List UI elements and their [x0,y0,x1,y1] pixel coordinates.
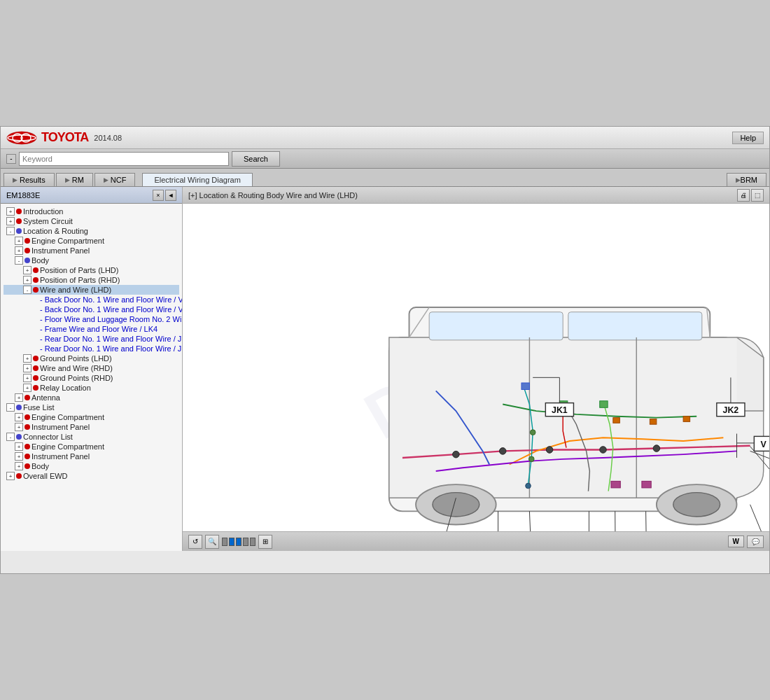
tree-icon-red [24,454,30,459]
tab-rm[interactable]: ▶ RM [56,173,93,186]
tree-item-ground-rhd[interactable]: + Ground Points (RHD) [4,373,179,383]
toyota-logo: TOYOTA [6,130,88,145]
expand-icon: + [15,246,23,255]
diagram-svg: DEMO [183,204,769,531]
svg-point-14 [433,493,479,517]
tree-link[interactable]: - Rear Door No. 1 Wire and Floor Wire / … [40,344,182,353]
tree-item-position-rhd[interactable]: + Position of Parts (RHD) [4,275,179,285]
tree-label: Location & Routing [23,227,88,235]
tree-label: Position of Parts (RHD) [40,276,120,284]
tab-ncf[interactable]: ▶ NCF [94,173,136,186]
tree-item-fuse-engine[interactable]: + Engine Compartment [4,412,179,422]
tree-item-connector-engine[interactable]: + Engine Compartment [4,442,179,451]
tree-item-system-circuit[interactable]: + System Circuit [4,216,179,226]
tree-label: Instrument Panel [31,423,90,431]
tree-item-back-door-vk4[interactable]: - Back Door No. 1 Wire and Floor Wire / … [4,304,179,314]
tree-item-location-routing[interactable]: - Location & Routing [4,226,179,236]
brm-tab[interactable]: ▶ BRM [727,173,766,186]
vehicle-outline [389,307,764,524]
tree-link[interactable]: - Back Door No. 1 Wire and Floor Wire / … [40,295,182,304]
tree-item-fuse-list[interactable]: - Fuse List [4,402,179,412]
tree-item-rear-door-jk1[interactable]: - Rear Door No. 1 Wire and Floor Wire / … [4,334,179,344]
tab-rm-label: RM [72,176,84,184]
fit-button[interactable]: ⊞ [258,535,272,549]
zoom-seg-4[interactable] [243,538,248,546]
search-button[interactable]: Search [232,151,280,167]
zoom-seg-3[interactable] [236,538,241,546]
brm-tab-arrow: ▶ [736,176,741,183]
tree-item-connector-body[interactable]: + Body [4,461,179,471]
tree-item-rear-door-jk2[interactable]: - Rear Door No. 1 Wire and Floor Wire / … [4,344,179,354]
panel-nav-button[interactable]: ◄ [165,190,176,201]
tree-item-body[interactable]: - Body [4,255,179,265]
left-panel: EM1883E × ◄ + Introduction + [1,187,183,551]
tree-label: Body [31,462,49,470]
tree-item-floor-wire-kt1[interactable]: - Floor Wire and Luggage Room No. 2 Wire… [4,314,179,324]
tree-item-instrument-panel[interactable]: + Instrument Panel [4,246,179,255]
tree-item-overall-ewd[interactable]: + Overall EWD [4,471,179,481]
svg-rect-33 [642,481,651,488]
w-button[interactable]: W [728,536,744,547]
tree-item-engine-compartment[interactable]: + Engine Compartment [4,236,179,246]
tree-icon-red [33,267,38,273]
diagram-canvas: DEMO [183,204,769,531]
print-button[interactable]: 🖨 [737,189,750,202]
expand-icon: - [6,227,15,235]
tree-item-frame-wire-lk4[interactable]: - Frame Wire and Floor Wire / LK4 [4,324,179,334]
tree-link[interactable]: - Rear Door No. 1 Wire and Floor Wire / … [40,335,182,343]
tree-label: Position of Parts (LHD) [40,266,118,274]
speech-button[interactable]: 💬 [747,536,764,548]
tree-item-ground-lhd[interactable]: + Ground Points (LHD) [4,354,179,363]
svg-text:JK2: JK2 [723,405,739,415]
zoom-seg-5[interactable] [250,538,255,546]
svg-point-31 [526,483,531,489]
tree-link[interactable]: - Floor Wire and Luggage Room No. 2 Wire… [40,315,182,323]
panel-close-button[interactable]: × [153,190,164,201]
tab-ncf-label: NCF [111,176,127,184]
zoom-seg-2[interactable] [229,538,234,546]
svg-rect-24 [522,383,529,390]
svg-rect-25 [613,418,620,424]
tree-item-connector-list[interactable]: - Connector List [4,432,179,442]
zoom-out-button[interactable]: 🔍 [205,535,219,549]
help-button[interactable]: Help [732,132,764,144]
svg-rect-23 [600,401,608,408]
tree-label: Antenna [31,393,60,402]
tree-item-wire-rhd[interactable]: + Wire and Wire (RHD) [4,363,179,373]
tree-item-relay-location[interactable]: + Relay Location [4,383,179,393]
svg-text:JK1: JK1 [552,405,568,415]
search-input[interactable] [19,152,229,166]
tree-icon-blue [16,228,22,234]
tree-item-fuse-instrument[interactable]: + Instrument Panel [4,422,179,432]
expand-icon: + [15,462,23,470]
tree-item-back-door-vk3[interactable]: - Back Door No. 1 Wire and Floor Wire / … [4,295,179,304]
tree-icon-red [33,365,38,371]
export-button[interactable]: ⬚ [751,189,764,202]
tree-label: Instrument Panel [31,246,90,255]
tree-item-antenna[interactable]: + Antenna [4,393,179,402]
svg-rect-32 [611,481,620,488]
expand-icon: + [15,423,23,431]
tree-icon-red [24,395,30,400]
tree-item-connector-instrument[interactable]: + Instrument Panel [4,451,179,461]
tree-icon-red [16,209,22,214]
tab-results[interactable]: ▶ Results [4,173,55,186]
expand-icon: - [23,286,31,294]
diagram-area: [+] Location & Routing Body Wire and Wir… [183,187,769,551]
tree-item-position-lhd[interactable]: + Position of Parts (LHD) [4,265,179,275]
expand-icon: + [15,237,23,245]
tree-link[interactable]: - Back Door No. 1 Wire and Floor Wire / … [40,305,182,314]
search-minus-button[interactable]: - [6,154,16,164]
tree-icon-red [24,424,30,430]
refresh-button[interactable]: ↺ [188,535,202,549]
svg-rect-9 [429,312,563,340]
expand-icon: + [6,207,15,216]
tree-item-wire-lhd[interactable]: - Wire and Wire (LHD) [4,285,179,295]
tab-results-label: Results [20,176,46,184]
tree-link[interactable]: - Frame Wire and Floor Wire / LK4 [40,325,158,333]
app-wrapper: TOYOTA 2014.08 Help - Search ▶ Results ▶… [0,0,770,700]
tree-item-introduction[interactable]: + Introduction [4,206,179,216]
tree-icon-red [24,444,30,449]
tree-icon-red [16,473,22,479]
zoom-seg-1[interactable] [222,538,227,546]
